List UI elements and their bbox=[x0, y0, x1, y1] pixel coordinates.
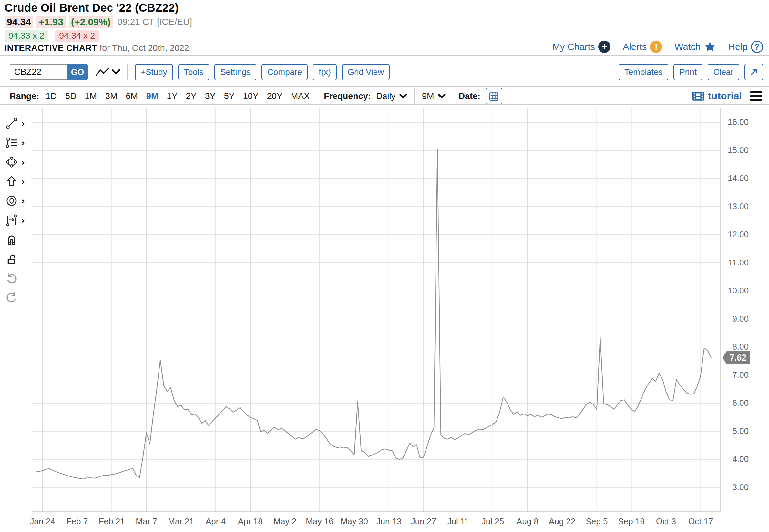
tutorial-link[interactable]: tutorial bbox=[692, 90, 742, 102]
chevron-right-icon[interactable]: › bbox=[21, 157, 25, 167]
range-row-right: tutorial bbox=[692, 90, 762, 102]
x-axis-label: Aug 8 bbox=[510, 517, 545, 527]
templates-button[interactable]: Templates bbox=[619, 64, 669, 80]
my-charts-label: My Charts bbox=[552, 42, 595, 52]
annotation-list-tool-button[interactable]: › bbox=[5, 136, 25, 149]
range-row: Range: 1D 5D 1M 3M 6M 9M 1Y 2Y 3Y 5Y 10Y… bbox=[0, 88, 769, 105]
divider bbox=[0, 104, 769, 105]
grid-view-button[interactable]: Grid View bbox=[342, 64, 390, 80]
range-option-max[interactable]: MAX bbox=[291, 91, 310, 101]
trendline-icon bbox=[5, 117, 18, 130]
x-axis-label: Mar 21 bbox=[163, 517, 199, 527]
chevron-right-icon[interactable]: › bbox=[21, 138, 25, 148]
arrow-up-icon bbox=[5, 175, 18, 188]
chevron-right-icon[interactable]: › bbox=[21, 177, 25, 187]
y-axis-label: 14.00 bbox=[724, 173, 749, 183]
x-axis-label: Apr 4 bbox=[198, 517, 233, 527]
symbol-input[interactable] bbox=[10, 64, 67, 80]
page-subtitle: INTERACTIVE CHART for Thu, Oct 20th, 202… bbox=[5, 43, 189, 53]
my-charts-link[interactable]: My Charts + bbox=[552, 41, 610, 53]
x-axis-label: Jul 11 bbox=[440, 517, 476, 527]
expand-chart-button[interactable] bbox=[744, 64, 763, 80]
chevron-right-icon[interactable]: › bbox=[21, 215, 25, 225]
range-option-9m-selected[interactable]: 9M bbox=[146, 91, 159, 101]
menu-icon[interactable] bbox=[750, 91, 762, 101]
range-option-6m[interactable]: 6M bbox=[126, 91, 138, 101]
top-links: My Charts + Alerts ! Watch Help ? bbox=[552, 41, 763, 53]
frequency-label: Frequency: bbox=[324, 91, 371, 101]
go-button[interactable]: GO bbox=[67, 64, 88, 80]
lock-toggle-button[interactable] bbox=[5, 253, 18, 266]
settings-button[interactable]: Settings bbox=[214, 64, 256, 80]
alerts-label: Alerts bbox=[623, 42, 647, 52]
chart-plot-area[interactable] bbox=[32, 108, 721, 512]
fx-button[interactable]: f(x) bbox=[313, 64, 337, 80]
alerts-link[interactable]: Alerts ! bbox=[623, 41, 662, 53]
frequency-dropdown[interactable]: Daily bbox=[376, 91, 407, 101]
range-option-1d[interactable]: 1D bbox=[46, 91, 57, 101]
circle-marker-tool-button[interactable]: › bbox=[5, 194, 25, 207]
period-dropdown[interactable]: 9M bbox=[422, 91, 446, 101]
divider bbox=[127, 64, 128, 80]
interactive-chart-page: { "header": { "title": "Crude Oil Brent … bbox=[0, 0, 769, 532]
redo-button[interactable] bbox=[5, 291, 18, 304]
range-option-5y[interactable]: 5Y bbox=[224, 91, 235, 101]
shape-ellipse-icon bbox=[5, 156, 18, 169]
clear-button[interactable]: Clear bbox=[708, 64, 739, 80]
magnet-mode-button[interactable] bbox=[5, 234, 18, 247]
measure-tool-button[interactable]: › bbox=[5, 214, 25, 227]
chevron-down-icon bbox=[438, 94, 446, 99]
alert-exclamation-icon: ! bbox=[650, 41, 662, 53]
chevron-right-icon[interactable]: › bbox=[21, 118, 25, 128]
arrow-up-right-icon bbox=[749, 67, 758, 77]
chevron-right-icon[interactable]: › bbox=[21, 196, 25, 206]
print-button[interactable]: Print bbox=[673, 64, 702, 80]
trendline-tool-button[interactable]: › bbox=[5, 117, 25, 130]
y-axis-label: 9.00 bbox=[724, 314, 749, 324]
period-value: 9M bbox=[422, 91, 434, 101]
help-link[interactable]: Help ? bbox=[728, 41, 763, 53]
x-axis-label: Jun 27 bbox=[406, 517, 441, 527]
redo-icon bbox=[5, 291, 18, 304]
line-chart-type-icon bbox=[96, 67, 109, 77]
y-axis-label: 5.00 bbox=[724, 426, 749, 436]
x-axis-label: May 2 bbox=[267, 517, 303, 527]
symbol-search-group: GO bbox=[10, 64, 88, 80]
date-picker-button[interactable] bbox=[486, 88, 502, 105]
range-option-3y[interactable]: 3Y bbox=[205, 91, 216, 101]
magnet-icon bbox=[5, 234, 18, 247]
x-axis-label: Jul 25 bbox=[475, 517, 511, 527]
x-axis-label: Apr 18 bbox=[232, 517, 268, 527]
compare-button[interactable]: Compare bbox=[261, 64, 308, 80]
x-axis-label: Oct 3 bbox=[648, 517, 684, 527]
divider bbox=[0, 55, 769, 56]
circled-zero-icon bbox=[5, 194, 18, 207]
chart-type-selector[interactable] bbox=[96, 67, 120, 77]
range-option-1m[interactable]: 1M bbox=[85, 91, 97, 101]
interactive-chart-label: INTERACTIVE CHART bbox=[5, 43, 97, 53]
divider bbox=[414, 88, 415, 104]
range-option-20y[interactable]: 20Y bbox=[267, 91, 282, 101]
range-option-5d[interactable]: 5D bbox=[65, 91, 77, 101]
watch-link[interactable]: Watch bbox=[674, 41, 716, 53]
y-axis-label: 15.00 bbox=[724, 145, 749, 155]
star-icon bbox=[704, 41, 716, 53]
last-price-tag: 7.62 bbox=[723, 351, 750, 364]
range-option-3m[interactable]: 3M bbox=[105, 91, 118, 101]
tools-button[interactable]: Tools bbox=[178, 64, 210, 80]
range-option-2y[interactable]: 2Y bbox=[186, 91, 197, 101]
y-axis-label: 4.00 bbox=[724, 454, 749, 464]
annotation-list-icon bbox=[5, 136, 18, 149]
range-label: Range: bbox=[10, 91, 39, 101]
range-option-10y[interactable]: 10Y bbox=[243, 91, 259, 101]
last-price: 94.34 bbox=[5, 16, 33, 28]
undo-button[interactable] bbox=[5, 272, 18, 285]
page-title: Crude Oil Brent Dec '22 (CBZ22) bbox=[5, 1, 179, 14]
shape-tool-button[interactable]: › bbox=[5, 156, 25, 169]
range-option-1y[interactable]: 1Y bbox=[167, 91, 178, 101]
arrow-tool-button[interactable]: › bbox=[5, 175, 25, 188]
add-study-button[interactable]: +Study bbox=[135, 64, 173, 80]
bid-ask-row: 94.33 x 2 94.34 x 2 bbox=[5, 30, 99, 42]
undo-icon bbox=[5, 272, 18, 285]
toolbar-right: Templates Print Clear bbox=[619, 64, 763, 80]
